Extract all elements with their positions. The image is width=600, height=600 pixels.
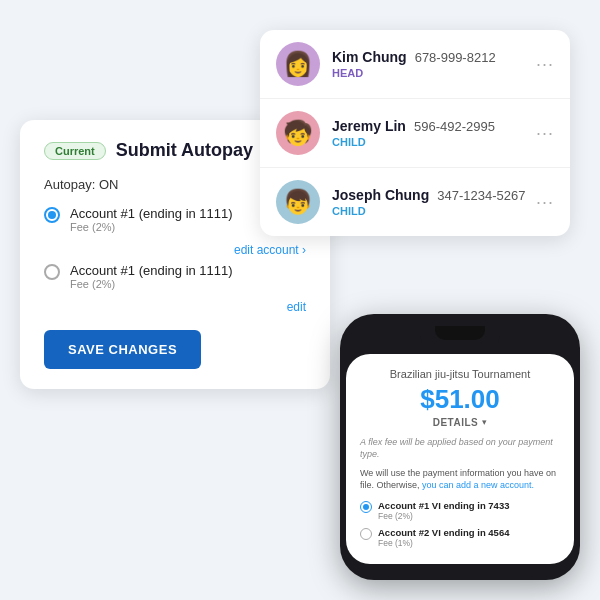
pay-account-name-2: Account #2 VI ending in 4564: [378, 527, 509, 538]
member-list-card: 👩 Kim Chung 678-999-8212 HEAD ··· 🧒 Jere…: [260, 30, 570, 236]
member-name-jeremy: Jeremy Lin: [332, 118, 406, 134]
pay-account-name-1: Account #1 VI ending in 7433: [378, 500, 509, 511]
member-info-kim: Kim Chung 678-999-8212 HEAD: [332, 49, 536, 79]
member-row-2: 🧒 Jeremy Lin 596-492-2995 CHILD ···: [260, 99, 570, 168]
account-fee-2: Fee (2%): [70, 278, 233, 290]
member-menu-jeremy[interactable]: ···: [536, 123, 554, 144]
payment-details-row: DETAILS ▾: [360, 417, 560, 428]
current-badge: Current: [44, 142, 106, 160]
member-menu-kim[interactable]: ···: [536, 54, 554, 75]
pay-account-row-1[interactable]: Account #1 VI ending in 7433 Fee (2%): [360, 500, 560, 521]
pay-account-info-2: Account #2 VI ending in 4564 Fee (1%): [378, 527, 509, 548]
member-phone-joseph: 347-1234-5267: [437, 188, 525, 203]
pay-account-info-1: Account #1 VI ending in 7433 Fee (2%): [378, 500, 509, 521]
phone-wrapper: Brazilian jiu-jitsu Tournament $51.00 DE…: [340, 314, 580, 580]
edit-account-link-1[interactable]: edit account ›: [234, 243, 306, 257]
member-phone-kim: 678-999-8212: [415, 50, 496, 65]
member-menu-joseph[interactable]: ···: [536, 192, 554, 213]
payment-info-text: We will use the payment information you …: [360, 467, 560, 492]
autopay-title: Submit Autopay: [116, 140, 253, 161]
member-row-3: 👦 Joseph Chung 347-1234-5267 CHILD ···: [260, 168, 570, 236]
member-row-1: 👩 Kim Chung 678-999-8212 HEAD ···: [260, 30, 570, 99]
payment-details-label[interactable]: DETAILS: [433, 417, 479, 428]
account-details-2: Account #1 (ending in 1111) Fee (2%): [70, 263, 233, 290]
member-name-joseph: Joseph Chung: [332, 187, 429, 203]
member-name-kim: Kim Chung: [332, 49, 407, 65]
edit-row-2: edit: [44, 300, 306, 314]
account-details-1: Account #1 (ending in 1111) Fee (2%): [70, 206, 233, 233]
radio-account-2[interactable]: [44, 264, 60, 280]
avatar-kim: 👩: [276, 42, 320, 86]
add-account-link[interactable]: you can add a new account.: [422, 480, 534, 490]
pay-radio-1[interactable]: [360, 501, 372, 513]
payment-event: Brazilian jiu-jitsu Tournament: [360, 368, 560, 380]
member-info-jeremy: Jeremy Lin 596-492-2995 CHILD: [332, 118, 536, 148]
member-role-joseph: CHILD: [332, 205, 536, 217]
avatar-joseph: 👦: [276, 180, 320, 224]
payment-flex-note: A flex fee will be applied based on your…: [360, 436, 560, 461]
pay-account-row-2[interactable]: Account #2 VI ending in 4564 Fee (1%): [360, 527, 560, 548]
edit-row-1: edit account ›: [44, 243, 306, 257]
member-phone-jeremy: 596-492-2995: [414, 119, 495, 134]
member-info-joseph: Joseph Chung 347-1234-5267 CHILD: [332, 187, 536, 217]
edit-account-link-2[interactable]: edit: [287, 300, 306, 314]
save-changes-button[interactable]: SAVE CHANGES: [44, 330, 201, 369]
account-option-2[interactable]: Account #1 (ending in 1111) Fee (2%): [44, 263, 306, 290]
payment-amount: $51.00: [360, 384, 560, 415]
phone-screen: Brazilian jiu-jitsu Tournament $51.00 DE…: [346, 354, 574, 564]
account-label-2: Account #1 (ending in 1111): [70, 263, 233, 278]
phone-shell: Brazilian jiu-jitsu Tournament $51.00 DE…: [340, 314, 580, 580]
account-label-1: Account #1 (ending in 1111): [70, 206, 233, 221]
member-role-jeremy: CHILD: [332, 136, 536, 148]
pay-account-fee-1: Fee (2%): [378, 511, 509, 521]
chevron-down-icon: ▾: [482, 417, 487, 427]
phone-notch: [420, 326, 500, 348]
avatar-jeremy: 🧒: [276, 111, 320, 155]
member-role-kim: HEAD: [332, 67, 536, 79]
radio-account-1[interactable]: [44, 207, 60, 223]
account-fee-1: Fee (2%): [70, 221, 233, 233]
pay-account-fee-2: Fee (1%): [378, 538, 509, 548]
pay-radio-2[interactable]: [360, 528, 372, 540]
